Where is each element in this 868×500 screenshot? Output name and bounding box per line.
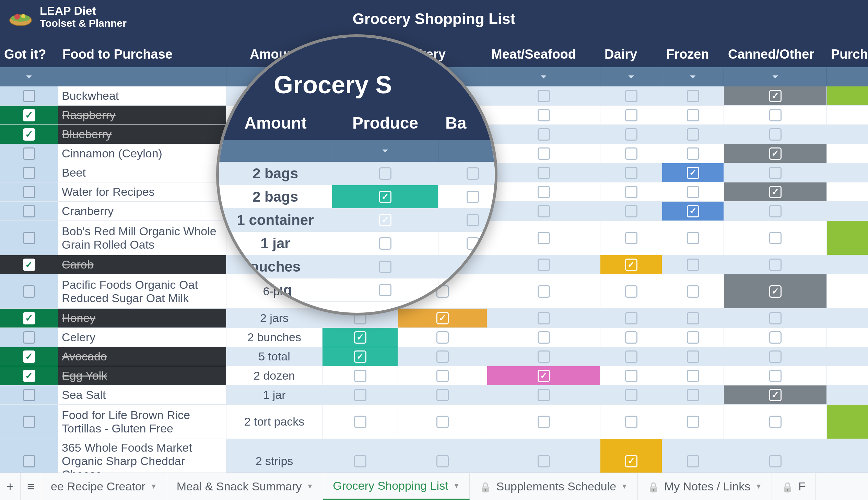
tab-supplements[interactable]: Supplements Schedule▼ bbox=[470, 473, 638, 500]
category-checkbox[interactable] bbox=[625, 205, 638, 217]
category-cell-purchaseonline[interactable] bbox=[827, 202, 868, 221]
filter-online[interactable]: ⏷ bbox=[827, 67, 868, 87]
category-cell-purchaseonline[interactable] bbox=[827, 405, 868, 439]
food-cell[interactable]: Carob bbox=[58, 255, 226, 274]
gotit-checkbox[interactable] bbox=[23, 90, 35, 102]
food-cell[interactable]: 365 Whole Foods Market Organic Sharp Che… bbox=[58, 439, 226, 473]
category-cell-cannedother[interactable] bbox=[724, 328, 827, 347]
category-cell-frozen[interactable] bbox=[662, 202, 724, 221]
amount-cell[interactable]: 5 total bbox=[226, 347, 323, 366]
gotit-cell[interactable] bbox=[0, 328, 58, 347]
category-checkbox[interactable] bbox=[687, 205, 699, 217]
category-checkbox[interactable] bbox=[354, 455, 367, 467]
sheet-list-button[interactable]: ≡ bbox=[21, 473, 41, 500]
category-cell-frozen[interactable] bbox=[662, 347, 724, 366]
category-checkbox[interactable] bbox=[769, 370, 781, 382]
category-cell-meatseafood[interactable] bbox=[487, 347, 600, 366]
category-cell-dairy[interactable] bbox=[600, 347, 662, 366]
category-checkbox[interactable] bbox=[538, 259, 550, 271]
col-meat[interactable]: Meat/Seafood bbox=[487, 47, 600, 62]
category-checkbox[interactable] bbox=[687, 331, 699, 344]
category-cell-meatseafood[interactable] bbox=[487, 221, 600, 255]
add-sheet-button[interactable]: + bbox=[0, 473, 21, 500]
category-checkbox[interactable] bbox=[436, 389, 449, 401]
category-checkbox[interactable] bbox=[769, 109, 781, 122]
filter-gotit[interactable]: ⏷ bbox=[0, 67, 58, 87]
gotit-cell[interactable] bbox=[0, 347, 58, 366]
category-cell-frozen[interactable] bbox=[662, 309, 724, 328]
gotit-checkbox[interactable] bbox=[23, 331, 35, 344]
food-cell[interactable]: Cinnamon (Ceylon) bbox=[58, 144, 226, 163]
food-cell[interactable]: Honey bbox=[58, 309, 226, 328]
category-checkbox[interactable] bbox=[687, 232, 699, 244]
food-cell[interactable]: Bob's Red Mill Organic Whole Grain Rolle… bbox=[58, 221, 226, 255]
category-cell-meatseafood[interactable] bbox=[487, 125, 600, 144]
category-cell-bakery[interactable] bbox=[398, 328, 487, 347]
category-checkbox[interactable] bbox=[687, 285, 699, 298]
category-checkbox[interactable] bbox=[436, 331, 449, 344]
category-cell-frozen[interactable] bbox=[662, 439, 724, 473]
gotit-checkbox[interactable] bbox=[23, 351, 35, 363]
food-cell[interactable]: Sea Salt bbox=[58, 385, 226, 405]
category-checkbox[interactable] bbox=[538, 331, 550, 344]
category-cell-purchaseonline[interactable] bbox=[827, 439, 868, 473]
category-checkbox[interactable] bbox=[625, 351, 638, 363]
category-cell-cannedother[interactable] bbox=[724, 366, 827, 385]
gotit-cell[interactable] bbox=[0, 125, 58, 144]
category-checkbox[interactable] bbox=[769, 389, 781, 401]
category-cell-frozen[interactable] bbox=[662, 274, 724, 309]
category-cell-frozen[interactable] bbox=[662, 221, 724, 255]
filter-meat[interactable]: ⏷ bbox=[487, 67, 600, 87]
filter-dairy[interactable]: ⏷ bbox=[600, 67, 662, 87]
category-checkbox[interactable] bbox=[769, 232, 781, 244]
gotit-checkbox[interactable] bbox=[23, 109, 35, 122]
amount-cell[interactable]: 2 bunches bbox=[226, 328, 323, 347]
category-cell-dairy[interactable] bbox=[600, 163, 662, 182]
category-checkbox[interactable] bbox=[354, 351, 367, 363]
tab-notes-links[interactable]: My Notes / Links▼ bbox=[638, 473, 772, 500]
category-cell-produce[interactable] bbox=[323, 328, 398, 347]
category-checkbox[interactable] bbox=[354, 389, 367, 401]
category-cell-cannedother[interactable] bbox=[724, 87, 827, 106]
category-checkbox[interactable] bbox=[769, 285, 781, 298]
category-cell-bakery[interactable] bbox=[398, 366, 487, 385]
category-cell-meatseafood[interactable] bbox=[487, 202, 600, 221]
category-cell-frozen[interactable] bbox=[662, 182, 724, 202]
food-cell[interactable]: Buckwheat bbox=[58, 87, 226, 106]
food-cell[interactable]: Egg Yolk bbox=[58, 366, 226, 385]
category-cell-purchaseonline[interactable] bbox=[827, 144, 868, 163]
category-cell-cannedother[interactable] bbox=[724, 309, 827, 328]
amount-cell[interactable]: 2 strips bbox=[226, 439, 323, 473]
category-checkbox[interactable] bbox=[769, 351, 781, 363]
category-checkbox[interactable] bbox=[769, 259, 781, 271]
category-checkbox[interactable] bbox=[625, 455, 638, 467]
category-checkbox[interactable] bbox=[354, 416, 367, 428]
gotit-cell[interactable] bbox=[0, 309, 58, 328]
category-cell-purchaseonline[interactable] bbox=[827, 328, 868, 347]
category-checkbox[interactable] bbox=[354, 370, 367, 382]
category-cell-frozen[interactable] bbox=[662, 87, 724, 106]
category-cell-cannedother[interactable] bbox=[724, 163, 827, 182]
category-cell-bakery[interactable] bbox=[398, 347, 487, 366]
category-cell-purchaseonline[interactable] bbox=[827, 163, 868, 182]
category-checkbox[interactable] bbox=[687, 416, 699, 428]
amount-cell[interactable]: 1 jar bbox=[226, 385, 323, 405]
category-cell-purchaseonline[interactable] bbox=[827, 366, 868, 385]
category-checkbox[interactable] bbox=[538, 285, 550, 298]
amount-cell[interactable]: 2 jars bbox=[226, 309, 323, 328]
food-cell[interactable]: Food for Life Brown Rice Tortillas - Glu… bbox=[58, 405, 226, 439]
category-checkbox[interactable] bbox=[625, 331, 638, 344]
category-cell-meatseafood[interactable] bbox=[487, 144, 600, 163]
col-frozen[interactable]: Frozen bbox=[662, 47, 724, 62]
category-checkbox[interactable] bbox=[625, 186, 638, 198]
category-cell-meatseafood[interactable] bbox=[487, 163, 600, 182]
gotit-cell[interactable] bbox=[0, 182, 58, 202]
category-checkbox[interactable] bbox=[538, 416, 550, 428]
category-checkbox[interactable] bbox=[769, 312, 781, 325]
gotit-checkbox[interactable] bbox=[23, 205, 35, 217]
category-checkbox[interactable] bbox=[538, 370, 550, 382]
filter-frozen[interactable]: ⏷ bbox=[662, 67, 724, 87]
category-cell-purchaseonline[interactable] bbox=[827, 347, 868, 366]
col-dairy[interactable]: Dairy bbox=[600, 47, 662, 62]
category-checkbox[interactable] bbox=[625, 147, 638, 160]
